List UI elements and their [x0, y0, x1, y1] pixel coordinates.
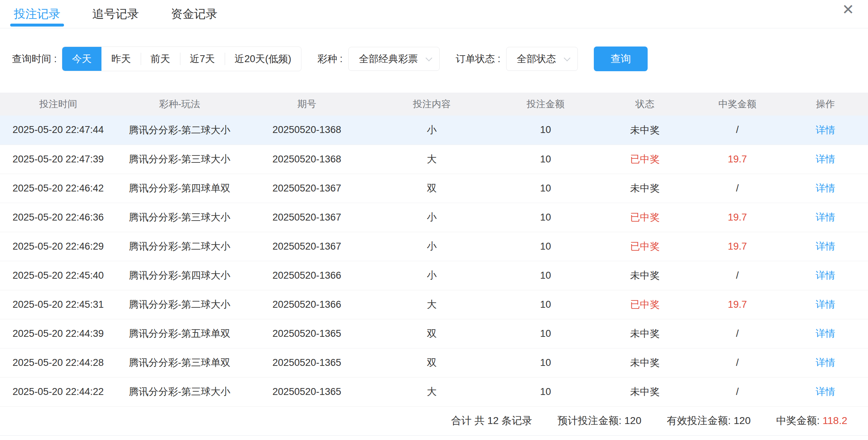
cell-prize: /	[692, 319, 783, 348]
cell-bet-amount: 10	[493, 348, 598, 377]
cell-prize: /	[692, 116, 783, 145]
detail-link[interactable]: 详情	[816, 212, 835, 223]
column-header: 投注金额	[493, 93, 598, 116]
column-header: 期号	[243, 93, 371, 116]
time-option[interactable]: 近7天	[180, 47, 225, 71]
cell-bet-time: 2025-05-20 22:45:31	[0, 290, 116, 319]
summary-prize-label: 中奖金额:	[776, 415, 820, 426]
summary-prize: 中奖金额:118.2	[776, 414, 847, 428]
table-row: 2025-05-20 22:46:29 腾讯分分彩-第二球大小 20250520…	[0, 232, 868, 261]
tab-bar: 投注记录追号记录资金记录✕	[0, 0, 868, 28]
table-header-row: 投注时间彩种-玩法期号投注内容投注金额状态中奖金额操作	[0, 93, 868, 116]
table-row: 2025-05-20 22:44:39 腾讯分分彩-第五球单双 20250520…	[0, 319, 868, 348]
detail-link[interactable]: 详情	[816, 183, 835, 194]
cell-bet-time: 2025-05-20 22:46:29	[0, 232, 116, 261]
close-icon[interactable]: ✕	[842, 2, 854, 17]
detail-link[interactable]: 详情	[816, 299, 835, 310]
search-button[interactable]: 查询	[594, 47, 648, 71]
cell-bet-content: 大	[371, 290, 493, 319]
table-row: 2025-05-20 22:46:42 腾讯分分彩-第四球单双 20250520…	[0, 174, 868, 203]
table-row: 2025-05-20 22:46:36 腾讯分分彩-第三球大小 20250520…	[0, 203, 868, 232]
time-option[interactable]: 前天	[141, 47, 180, 71]
cell-bet-time: 2025-05-20 22:45:40	[0, 261, 116, 290]
cell-action: 详情	[783, 290, 868, 319]
cell-bet-amount: 10	[493, 145, 598, 174]
time-option[interactable]: 昨天	[101, 47, 141, 71]
column-header: 中奖金额	[692, 93, 783, 116]
order-status-value: 全部状态	[517, 52, 556, 65]
detail-link[interactable]: 详情	[816, 270, 835, 281]
cell-issue: 20250520-1368	[243, 145, 371, 174]
cell-status: 已中奖	[598, 290, 692, 319]
cell-game-play: 腾讯分分彩-第四球单双	[116, 174, 243, 203]
cell-issue: 20250520-1365	[243, 348, 371, 377]
cell-status: 未中奖	[598, 319, 692, 348]
detail-link[interactable]: 详情	[816, 125, 835, 136]
cell-game-play: 腾讯分分彩-第三球单双	[116, 348, 243, 377]
bet-records-table: 投注时间彩种-玩法期号投注内容投注金额状态中奖金额操作 2025-05-20 2…	[0, 93, 868, 407]
cell-bet-content: 双	[371, 174, 493, 203]
summary-total: 合计 共 12 条记录	[451, 414, 532, 428]
time-range-label: 查询时间 :	[12, 52, 57, 65]
cell-status: 已中奖	[598, 203, 692, 232]
table-row: 2025-05-20 22:44:22 腾讯分分彩-第三球大小 20250520…	[0, 377, 868, 406]
cell-bet-time: 2025-05-20 22:47:44	[0, 116, 116, 145]
order-status-select[interactable]: 全部状态	[506, 47, 578, 71]
cell-prize: 19.7	[692, 145, 783, 174]
detail-link[interactable]: 详情	[816, 241, 835, 252]
cell-action: 详情	[783, 348, 868, 377]
lottery-type-label: 彩种 :	[317, 52, 343, 65]
table-row: 2025-05-20 22:45:40 腾讯分分彩-第四球大小 20250520…	[0, 261, 868, 290]
time-option[interactable]: 近20天(低频)	[225, 47, 301, 71]
tab-chase-records[interactable]: 追号记录	[92, 0, 139, 28]
cell-bet-amount: 10	[493, 261, 598, 290]
cell-prize: /	[692, 348, 783, 377]
summary-expected: 预计投注金额:120	[557, 414, 641, 428]
cell-bet-time: 2025-05-20 22:44:39	[0, 319, 116, 348]
column-header: 彩种-玩法	[116, 93, 243, 116]
cell-action: 详情	[783, 203, 868, 232]
tab-bet-records[interactable]: 投注记录	[14, 0, 60, 28]
table-body: 2025-05-20 22:47:44 腾讯分分彩-第二球大小 20250520…	[0, 116, 868, 406]
cell-issue: 20250520-1366	[243, 290, 371, 319]
summary-bar: 合计 共 12 条记录 预计投注金额:120 有效投注金额:120 中奖金额:1…	[0, 407, 868, 436]
cell-bet-content: 小	[371, 116, 493, 145]
cell-action: 详情	[783, 174, 868, 203]
cell-game-play: 腾讯分分彩-第三球大小	[116, 377, 243, 406]
cell-status: 未中奖	[598, 261, 692, 290]
column-header: 投注时间	[0, 93, 116, 116]
detail-link[interactable]: 详情	[816, 386, 835, 397]
cell-bet-amount: 10	[493, 232, 598, 261]
lottery-type-select[interactable]: 全部经典彩票	[348, 47, 440, 71]
cell-action: 详情	[783, 261, 868, 290]
cell-game-play: 腾讯分分彩-第三球大小	[116, 145, 243, 174]
cell-issue: 20250520-1367	[243, 232, 371, 261]
cell-issue: 20250520-1366	[243, 261, 371, 290]
cell-prize: 19.7	[692, 232, 783, 261]
detail-link[interactable]: 详情	[816, 357, 835, 368]
cell-action: 详情	[783, 232, 868, 261]
cell-prize: /	[692, 174, 783, 203]
cell-status: 未中奖	[598, 348, 692, 377]
cell-bet-time: 2025-05-20 22:47:39	[0, 145, 116, 174]
detail-link[interactable]: 详情	[816, 154, 835, 165]
cell-issue: 20250520-1367	[243, 174, 371, 203]
cell-prize: /	[692, 261, 783, 290]
cell-game-play: 腾讯分分彩-第四球大小	[116, 261, 243, 290]
chevron-down-icon	[425, 55, 432, 61]
cell-issue: 20250520-1367	[243, 203, 371, 232]
cell-status: 未中奖	[598, 116, 692, 145]
table-row: 2025-05-20 22:44:28 腾讯分分彩-第三球单双 20250520…	[0, 348, 868, 377]
cell-status: 未中奖	[598, 377, 692, 406]
column-header: 操作	[783, 93, 868, 116]
cell-bet-amount: 10	[493, 174, 598, 203]
column-header: 状态	[598, 93, 692, 116]
cell-bet-content: 小	[371, 203, 493, 232]
cell-bet-content: 大	[371, 145, 493, 174]
summary-valid-value: 120	[734, 415, 751, 426]
tab-fund-records[interactable]: 资金记录	[171, 0, 217, 28]
detail-link[interactable]: 详情	[816, 328, 835, 339]
cell-prize: 19.7	[692, 203, 783, 232]
time-option[interactable]: 今天	[62, 47, 101, 71]
summary-expected-value: 120	[624, 415, 641, 426]
